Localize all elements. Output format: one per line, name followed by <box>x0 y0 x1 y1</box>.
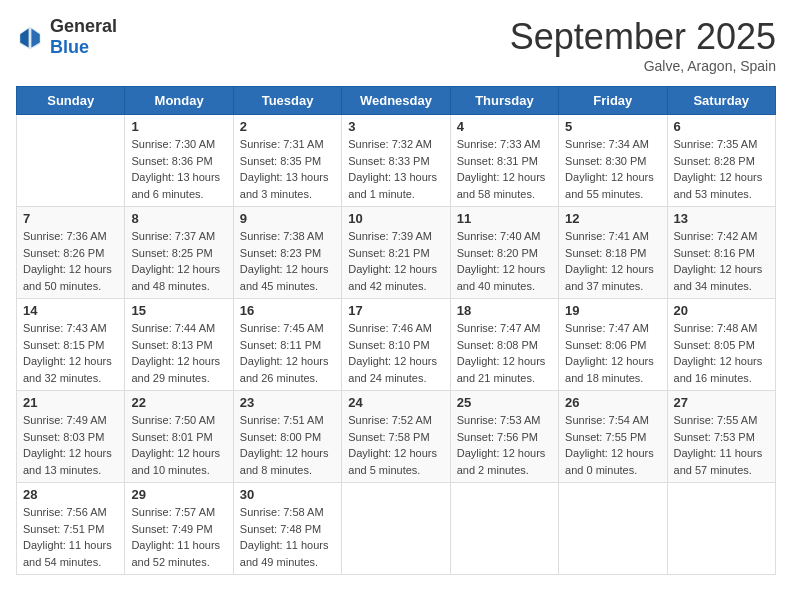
calendar-day-cell: 27Sunrise: 7:55 AMSunset: 7:53 PMDayligh… <box>667 391 775 483</box>
calendar-day-cell: 25Sunrise: 7:53 AMSunset: 7:56 PMDayligh… <box>450 391 558 483</box>
day-info: Sunrise: 7:50 AMSunset: 8:01 PMDaylight:… <box>131 412 226 478</box>
day-of-week-header: Tuesday <box>233 87 341 115</box>
day-number: 14 <box>23 303 118 318</box>
calendar-day-cell: 16Sunrise: 7:45 AMSunset: 8:11 PMDayligh… <box>233 299 341 391</box>
day-of-week-header: Thursday <box>450 87 558 115</box>
calendar-day-cell: 13Sunrise: 7:42 AMSunset: 8:16 PMDayligh… <box>667 207 775 299</box>
month-title: September 2025 <box>510 16 776 58</box>
calendar-day-cell: 24Sunrise: 7:52 AMSunset: 7:58 PMDayligh… <box>342 391 450 483</box>
calendar-day-cell <box>342 483 450 575</box>
calendar-week-row: 21Sunrise: 7:49 AMSunset: 8:03 PMDayligh… <box>17 391 776 483</box>
calendar-day-cell: 11Sunrise: 7:40 AMSunset: 8:20 PMDayligh… <box>450 207 558 299</box>
title-block: September 2025 Galve, Aragon, Spain <box>510 16 776 74</box>
calendar-day-cell: 6Sunrise: 7:35 AMSunset: 8:28 PMDaylight… <box>667 115 775 207</box>
day-number: 17 <box>348 303 443 318</box>
calendar-day-cell <box>17 115 125 207</box>
day-number: 24 <box>348 395 443 410</box>
days-of-week-row: SundayMondayTuesdayWednesdayThursdayFrid… <box>17 87 776 115</box>
logo-text: General Blue <box>50 16 117 58</box>
day-number: 21 <box>23 395 118 410</box>
day-info: Sunrise: 7:53 AMSunset: 7:56 PMDaylight:… <box>457 412 552 478</box>
calendar-day-cell: 8Sunrise: 7:37 AMSunset: 8:25 PMDaylight… <box>125 207 233 299</box>
day-info: Sunrise: 7:51 AMSunset: 8:00 PMDaylight:… <box>240 412 335 478</box>
calendar-day-cell: 26Sunrise: 7:54 AMSunset: 7:55 PMDayligh… <box>559 391 667 483</box>
day-info: Sunrise: 7:47 AMSunset: 8:06 PMDaylight:… <box>565 320 660 386</box>
calendar-day-cell: 21Sunrise: 7:49 AMSunset: 8:03 PMDayligh… <box>17 391 125 483</box>
calendar-day-cell <box>667 483 775 575</box>
calendar-day-cell: 20Sunrise: 7:48 AMSunset: 8:05 PMDayligh… <box>667 299 775 391</box>
calendar-day-cell: 7Sunrise: 7:36 AMSunset: 8:26 PMDaylight… <box>17 207 125 299</box>
day-info: Sunrise: 7:33 AMSunset: 8:31 PMDaylight:… <box>457 136 552 202</box>
day-of-week-header: Wednesday <box>342 87 450 115</box>
day-info: Sunrise: 7:38 AMSunset: 8:23 PMDaylight:… <box>240 228 335 294</box>
day-number: 3 <box>348 119 443 134</box>
day-number: 2 <box>240 119 335 134</box>
day-number: 12 <box>565 211 660 226</box>
calendar-week-row: 14Sunrise: 7:43 AMSunset: 8:15 PMDayligh… <box>17 299 776 391</box>
calendar-day-cell: 3Sunrise: 7:32 AMSunset: 8:33 PMDaylight… <box>342 115 450 207</box>
day-info: Sunrise: 7:49 AMSunset: 8:03 PMDaylight:… <box>23 412 118 478</box>
calendar-day-cell: 15Sunrise: 7:44 AMSunset: 8:13 PMDayligh… <box>125 299 233 391</box>
calendar-day-cell: 9Sunrise: 7:38 AMSunset: 8:23 PMDaylight… <box>233 207 341 299</box>
day-number: 6 <box>674 119 769 134</box>
calendar-day-cell: 18Sunrise: 7:47 AMSunset: 8:08 PMDayligh… <box>450 299 558 391</box>
day-info: Sunrise: 7:42 AMSunset: 8:16 PMDaylight:… <box>674 228 769 294</box>
calendar-day-cell: 2Sunrise: 7:31 AMSunset: 8:35 PMDaylight… <box>233 115 341 207</box>
day-info: Sunrise: 7:35 AMSunset: 8:28 PMDaylight:… <box>674 136 769 202</box>
calendar-day-cell: 1Sunrise: 7:30 AMSunset: 8:36 PMDaylight… <box>125 115 233 207</box>
day-number: 11 <box>457 211 552 226</box>
day-info: Sunrise: 7:54 AMSunset: 7:55 PMDaylight:… <box>565 412 660 478</box>
day-info: Sunrise: 7:34 AMSunset: 8:30 PMDaylight:… <box>565 136 660 202</box>
day-number: 26 <box>565 395 660 410</box>
day-info: Sunrise: 7:43 AMSunset: 8:15 PMDaylight:… <box>23 320 118 386</box>
day-number: 4 <box>457 119 552 134</box>
day-number: 9 <box>240 211 335 226</box>
calendar-day-cell: 5Sunrise: 7:34 AMSunset: 8:30 PMDaylight… <box>559 115 667 207</box>
day-number: 8 <box>131 211 226 226</box>
logo: General Blue <box>16 16 117 58</box>
day-info: Sunrise: 7:47 AMSunset: 8:08 PMDaylight:… <box>457 320 552 386</box>
day-number: 15 <box>131 303 226 318</box>
calendar-day-cell: 28Sunrise: 7:56 AMSunset: 7:51 PMDayligh… <box>17 483 125 575</box>
day-number: 5 <box>565 119 660 134</box>
day-number: 23 <box>240 395 335 410</box>
calendar-day-cell: 10Sunrise: 7:39 AMSunset: 8:21 PMDayligh… <box>342 207 450 299</box>
location: Galve, Aragon, Spain <box>510 58 776 74</box>
day-info: Sunrise: 7:52 AMSunset: 7:58 PMDaylight:… <box>348 412 443 478</box>
day-number: 13 <box>674 211 769 226</box>
calendar-day-cell: 4Sunrise: 7:33 AMSunset: 8:31 PMDaylight… <box>450 115 558 207</box>
calendar-day-cell: 17Sunrise: 7:46 AMSunset: 8:10 PMDayligh… <box>342 299 450 391</box>
calendar-day-cell: 14Sunrise: 7:43 AMSunset: 8:15 PMDayligh… <box>17 299 125 391</box>
day-number: 19 <box>565 303 660 318</box>
calendar-table: SundayMondayTuesdayWednesdayThursdayFrid… <box>16 86 776 575</box>
logo-icon <box>16 23 44 51</box>
day-info: Sunrise: 7:40 AMSunset: 8:20 PMDaylight:… <box>457 228 552 294</box>
calendar-week-row: 28Sunrise: 7:56 AMSunset: 7:51 PMDayligh… <box>17 483 776 575</box>
day-number: 1 <box>131 119 226 134</box>
day-number: 18 <box>457 303 552 318</box>
calendar-day-cell: 12Sunrise: 7:41 AMSunset: 8:18 PMDayligh… <box>559 207 667 299</box>
day-number: 10 <box>348 211 443 226</box>
day-info: Sunrise: 7:32 AMSunset: 8:33 PMDaylight:… <box>348 136 443 202</box>
calendar-day-cell <box>450 483 558 575</box>
calendar-day-cell: 30Sunrise: 7:58 AMSunset: 7:48 PMDayligh… <box>233 483 341 575</box>
calendar-day-cell: 19Sunrise: 7:47 AMSunset: 8:06 PMDayligh… <box>559 299 667 391</box>
calendar-day-cell: 23Sunrise: 7:51 AMSunset: 8:00 PMDayligh… <box>233 391 341 483</box>
day-of-week-header: Saturday <box>667 87 775 115</box>
day-info: Sunrise: 7:48 AMSunset: 8:05 PMDaylight:… <box>674 320 769 386</box>
day-info: Sunrise: 7:30 AMSunset: 8:36 PMDaylight:… <box>131 136 226 202</box>
day-number: 29 <box>131 487 226 502</box>
day-info: Sunrise: 7:41 AMSunset: 8:18 PMDaylight:… <box>565 228 660 294</box>
day-info: Sunrise: 7:44 AMSunset: 8:13 PMDaylight:… <box>131 320 226 386</box>
day-info: Sunrise: 7:37 AMSunset: 8:25 PMDaylight:… <box>131 228 226 294</box>
day-of-week-header: Sunday <box>17 87 125 115</box>
day-info: Sunrise: 7:36 AMSunset: 8:26 PMDaylight:… <box>23 228 118 294</box>
day-number: 22 <box>131 395 226 410</box>
day-info: Sunrise: 7:39 AMSunset: 8:21 PMDaylight:… <box>348 228 443 294</box>
day-number: 25 <box>457 395 552 410</box>
day-info: Sunrise: 7:31 AMSunset: 8:35 PMDaylight:… <box>240 136 335 202</box>
day-number: 20 <box>674 303 769 318</box>
day-info: Sunrise: 7:57 AMSunset: 7:49 PMDaylight:… <box>131 504 226 570</box>
calendar-day-cell: 22Sunrise: 7:50 AMSunset: 8:01 PMDayligh… <box>125 391 233 483</box>
day-of-week-header: Monday <box>125 87 233 115</box>
